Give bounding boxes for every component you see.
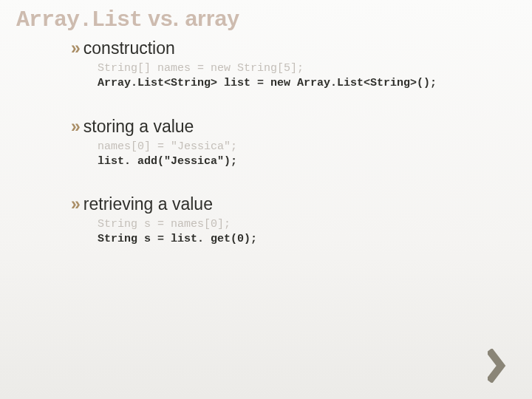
bullet-icon: »: [71, 117, 81, 136]
bullet-icon: »: [71, 194, 81, 214]
code-storing: names[0] = "Jessica"; list. add("Jessica…: [98, 140, 510, 170]
code-bold: list. add("Jessica");: [98, 155, 237, 168]
title-vs: vs.: [142, 6, 185, 30]
section-retrieving: »retrieving a value String s = names[0];…: [71, 194, 510, 248]
code-bold: Array.List<String> list = new Array.List…: [98, 77, 437, 89]
content-area: »construction String[] names = new Strin…: [71, 38, 510, 273]
code-bold: String s = list. get(0);: [98, 233, 257, 245]
heading-text: storing a value: [83, 117, 194, 136]
heading-text: retrieving a value: [83, 194, 213, 214]
chevron-right-icon: [488, 349, 510, 383]
title-plain: array: [185, 6, 239, 30]
code-dim: String[] names = new String[5];: [98, 62, 304, 75]
code-retrieving: String s = names[0]; String s = list. ge…: [98, 217, 510, 248]
heading-construction: »construction: [71, 38, 510, 58]
slide-title: Array.List vs. array: [16, 6, 239, 33]
section-construction: »construction String[] names = new Strin…: [71, 38, 510, 92]
code-dim: String s = names[0];: [98, 218, 231, 231]
code-dim: names[0] = "Jessica";: [98, 140, 237, 153]
heading-text: construction: [83, 38, 175, 58]
heading-retrieving: »retrieving a value: [71, 194, 510, 214]
heading-storing: »storing a value: [71, 117, 510, 137]
title-mono: Array.List: [16, 7, 142, 33]
code-construction: String[] names = new String[5]; Array.Li…: [98, 61, 510, 92]
bullet-icon: »: [71, 38, 81, 58]
section-storing: »storing a value names[0] = "Jessica"; l…: [71, 117, 510, 170]
